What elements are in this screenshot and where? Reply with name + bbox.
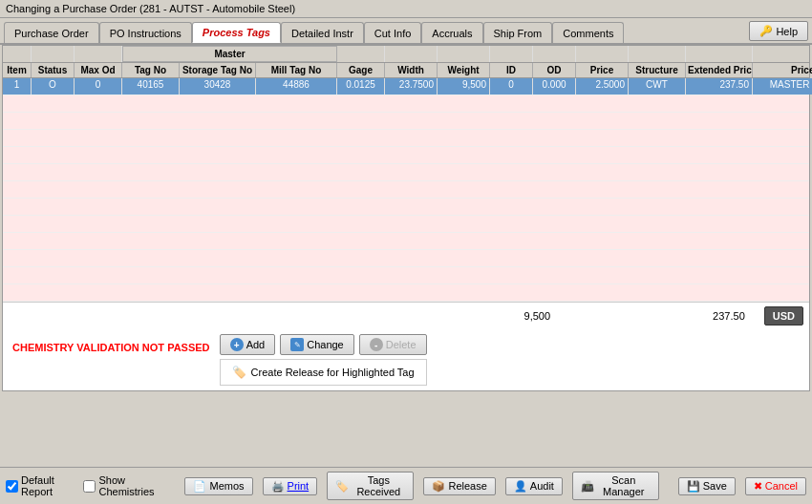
- bottom-bar: Default Report Show Chemistries 📄 Memos …: [0, 467, 812, 504]
- table-row-empty: [3, 250, 809, 267]
- table-row-empty: [3, 164, 809, 181]
- save-icon: 💾: [687, 480, 700, 493]
- release-icon: 🏷️: [232, 366, 246, 379]
- release-icon: 📦: [432, 480, 445, 493]
- action-buttons-row: + Add ✎ Change - Delete: [220, 334, 427, 355]
- price-total: 237.50: [713, 310, 745, 322]
- tags-received-icon: 🏷️: [335, 480, 349, 493]
- plus-icon: +: [230, 338, 244, 351]
- show-chemistries-checkbox-label[interactable]: Show Chemistries: [83, 474, 165, 497]
- tags-received-button[interactable]: 🏷️ Tags Received: [327, 472, 414, 500]
- minus-icon: -: [370, 338, 383, 351]
- title-bar: Changing a Purchase Order (281 - AUTST -…: [0, 0, 812, 18]
- cancel-icon: ✖: [754, 480, 762, 493]
- dropdown-menu: 🏷️ Create Release for Highlighted Tag: [220, 359, 427, 386]
- help-button[interactable]: 🔑 Help: [749, 21, 808, 41]
- create-release-item[interactable]: 🏷️ Create Release for Highlighted Tag: [220, 359, 427, 386]
- show-chemistries-checkbox[interactable]: [83, 480, 96, 493]
- weight-total: 9,500: [524, 310, 551, 322]
- tab-detailed-instr[interactable]: Detailed Instr: [281, 22, 364, 43]
- totals-row: 9,500 237.50 USD: [3, 302, 809, 329]
- table-row-empty: [3, 267, 809, 284]
- table-row-empty: [3, 284, 809, 302]
- table-row-empty: [3, 95, 809, 113]
- table-row-empty: [3, 181, 809, 199]
- audit-icon: 👤: [514, 480, 527, 493]
- edit-icon: ✎: [290, 338, 304, 351]
- change-button[interactable]: ✎ Change: [280, 334, 354, 355]
- print-icon: 🖨️: [271, 480, 285, 493]
- scan-manager-icon: 📠: [581, 480, 594, 493]
- tab-po-instructions[interactable]: PO Instructions: [99, 22, 192, 43]
- audit-button[interactable]: 👤 Audit: [505, 477, 563, 495]
- print-button[interactable]: 🖨️ Print: [263, 477, 318, 495]
- cancel-button[interactable]: ✖ Cancel: [745, 477, 806, 495]
- master-label: Master: [122, 46, 337, 62]
- table-row-empty: [3, 199, 809, 216]
- release-button[interactable]: 📦 Release: [423, 477, 495, 495]
- tab-comments[interactable]: Comments: [552, 22, 624, 43]
- tab-cut-info[interactable]: Cut Info: [364, 22, 422, 43]
- chemistry-warning: CHEMISTRY VALIDATION NOT PASSED: [12, 342, 210, 353]
- default-report-checkbox[interactable]: [6, 480, 18, 493]
- table-row-empty: [3, 130, 809, 147]
- table-row-empty: [3, 113, 809, 130]
- currency-button[interactable]: USD: [764, 306, 803, 326]
- tab-purchase-order[interactable]: Purchase Order: [4, 22, 99, 43]
- memos-icon: 📄: [193, 480, 206, 493]
- table-row-empty: [3, 147, 809, 164]
- table-row-empty: [3, 216, 809, 233]
- tab-ship-from[interactable]: Ship From: [483, 22, 553, 43]
- scan-manager-button[interactable]: 📠 Scan Manager: [572, 472, 659, 500]
- table-header-row1: Master: [3, 46, 809, 63]
- table-header-row2: Item Status Max Od Tag No Storage Tag No…: [3, 63, 809, 78]
- table-body: 1 O 0 40165 30428 44886 0.0125 23.7500 9…: [3, 78, 809, 302]
- memos-button[interactable]: 📄 Memos: [184, 477, 252, 495]
- delete-button[interactable]: - Delete: [359, 334, 427, 355]
- table-row[interactable]: 1 O 0 40165 30428 44886 0.0125 23.7500 9…: [3, 78, 809, 95]
- table-row-empty: [3, 233, 809, 250]
- tab-accruals[interactable]: Accruals: [421, 22, 482, 43]
- tab-process-tags[interactable]: Process Tags: [192, 22, 281, 43]
- save-button[interactable]: 💾 Save: [678, 477, 736, 495]
- add-button[interactable]: + Add: [220, 334, 276, 355]
- default-report-checkbox-label[interactable]: Default Report: [6, 474, 74, 497]
